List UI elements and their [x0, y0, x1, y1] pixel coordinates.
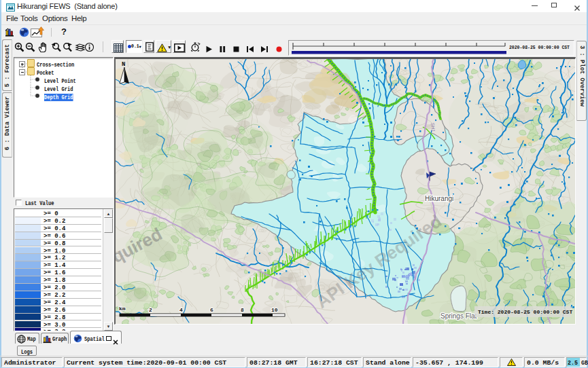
svg-text:Springs Flat: Springs Flat: [440, 312, 477, 320]
svg-text:6: 6: [210, 307, 213, 313]
svg-text:N: N: [122, 61, 125, 68]
svg-text:4: 4: [179, 307, 183, 313]
svg-text:2: 2: [149, 307, 152, 313]
svg-text:2020-08-25 00:00:00 CST: 2020-08-25 00:00:00 CST: [509, 45, 570, 50]
svg-text:Hikurangi: Hikurangi: [425, 195, 453, 202]
svg-text:8: 8: [241, 307, 244, 313]
svg-text:Time: 2020-08-25 00:00:00 CST: Time: 2020-08-25 00:00:00 CST: [478, 309, 572, 315]
svg-text:SH1: SH1: [430, 122, 436, 132]
svg-text:km: km: [119, 306, 126, 312]
svg-text:10: 10: [271, 307, 278, 313]
